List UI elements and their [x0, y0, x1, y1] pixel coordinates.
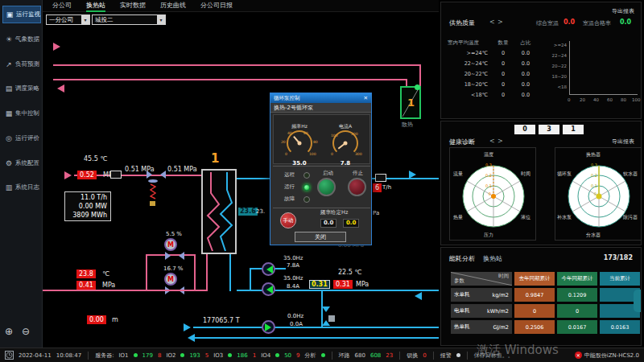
gear-icon: ⚙ [5, 159, 13, 167]
flow-arrow-right-icon [53, 43, 64, 51]
export-report-link[interactable]: 导出报表 [612, 7, 634, 15]
building-symbol[interactable]: 1 [400, 86, 421, 119]
sidebar-item-log[interactable]: ▥系统日志 [2, 179, 41, 196]
svg-text:300: 300 [355, 152, 362, 156]
sidebar-item-forecast[interactable]: ↗负荷预测 [2, 56, 41, 73]
svg-text:0.2: 0.2 [485, 173, 492, 178]
valve-actuator [150, 201, 155, 206]
makeup-flow: 6 [373, 183, 382, 192]
flow-info-box: 11.0 T/h 0.00 MW 3809 MWh [64, 191, 111, 221]
frequency-gauge: 频率Hz 0 20 40 60 80 100 35.0 [279, 121, 320, 152]
prev-icon[interactable]: < [489, 19, 495, 26]
tab-realtime[interactable]: 实时数据 [120, 0, 146, 12]
sidebar-item-strategy[interactable]: ▤调度策略 [2, 80, 41, 97]
weather-icon: ☀ [5, 35, 13, 43]
flow-arrow-left-icon [53, 84, 64, 93]
svg-text:0: 0 [489, 191, 491, 196]
server-status-dot [180, 353, 184, 357]
running-led [303, 184, 310, 191]
dialog-titlebar[interactable]: 循环泵控制 ✕ [270, 93, 371, 103]
station-dropdown[interactable]: 城投二 ▾ [92, 14, 166, 25]
motor-valve-1[interactable]: M [164, 238, 177, 251]
alarm-counter-2[interactable]: 3 [539, 125, 559, 134]
clock-icon [5, 351, 14, 360]
heat-exchanger[interactable] [201, 169, 237, 254]
circulation-pump-1[interactable] [262, 262, 275, 276]
pass-rate-value: 0.0 [620, 19, 631, 26]
dialog-close-button[interactable]: 关闭 [295, 232, 346, 242]
company-dropdown[interactable]: 一分公司 ▾ [46, 14, 90, 25]
forecast-icon: ↗ [5, 60, 13, 68]
primary-return-main [53, 79, 407, 80]
alarm-status-dot [456, 353, 460, 357]
sidebar-item-settings[interactable]: ⚙系统配置 [2, 154, 41, 172]
strategy-icon: ▤ [5, 84, 13, 93]
tank-level: 0.00 [87, 315, 106, 324]
scrolling-message: 保存目标值。。 [474, 352, 514, 360]
next-icon[interactable]: > [497, 138, 503, 145]
close-icon[interactable]: ✕ [364, 95, 368, 101]
primary-supply-main [53, 64, 421, 66]
circulation-pump-2[interactable] [262, 282, 275, 296]
svg-text:80: 80 [313, 140, 318, 144]
valve-actuator [328, 315, 335, 322]
next-icon[interactable]: > [497, 19, 503, 26]
supply-pressure-alarm: 0.52 [77, 171, 97, 179]
status-dot [415, 84, 420, 90]
analysis-status-dot [321, 353, 325, 357]
pink-drop-line [419, 64, 421, 86]
supply-temp: 45.5 ℃ [84, 155, 107, 162]
sidebar-item-monitor[interactable]: ▣运行监视 [2, 6, 41, 23]
gauge-panel: 频率Hz 0 20 40 60 80 100 35.0 电流A 0 100 20… [273, 114, 370, 164]
total-flow: 177065.7 T [203, 317, 240, 324]
tab-daily-report[interactable]: 分公司日报 [200, 0, 233, 12]
sidebar-item-weather[interactable]: ☀气象数据 [2, 31, 41, 48]
remote-led [303, 172, 310, 179]
globe-icon[interactable]: ⊕ [5, 326, 13, 337]
svg-text:200: 200 [351, 132, 358, 136]
svg-text:0.3: 0.3 [485, 162, 492, 167]
pump-branch-line [250, 268, 251, 291]
energy-analysis-panel: 能耗分析 换热站 173/182 时间 参数 去年同期累计 今年同期累计 当前累… [440, 247, 642, 346]
motor-valve-2[interactable]: M [164, 273, 177, 286]
flow-arrow-right-icon [409, 171, 420, 179]
temp-distribution-table: 室内平均温度 数量 占比 >=24℃00.0 22~24℃00.0 20~22℃… [448, 39, 538, 102]
sec-pressure-badge: 0.31 [309, 280, 330, 289]
alarm-counter-3[interactable]: 1 [563, 125, 584, 134]
svg-text:40: 40 [287, 131, 292, 135]
tab-history[interactable]: 历史曲线 [160, 0, 186, 12]
chevron-down-icon: ▾ [81, 15, 89, 24]
sec-pressure-alarm: 0.31 [333, 280, 353, 289]
evaluation-icon: ◎ [5, 134, 13, 142]
export-report-link[interactable]: 导出报表 [612, 138, 634, 146]
makeup-line-2 [193, 337, 439, 339]
status-date: 2022-04-11 [19, 352, 52, 359]
control-valve[interactable] [147, 171, 166, 179]
tab-branch[interactable]: 分公司 [52, 0, 72, 12]
svg-text:20: 20 [281, 140, 286, 144]
makeup-pump[interactable] [262, 320, 275, 334]
return-pressure: 0.41 [76, 281, 96, 290]
energy-table: 时间 参数 去年同期累计 今年同期累计 当前累计 水单耗kg/m2 0.9847… [451, 272, 640, 334]
start-button[interactable] [317, 178, 336, 196]
comp-temp-value: 0.0 [564, 19, 575, 26]
sidebar-item-control[interactable]: ▦集中控制 [2, 105, 41, 122]
sidebar-item-evaluation[interactable]: ◎运行评价 [2, 130, 41, 147]
flow-sensor[interactable] [375, 174, 386, 182]
exchanger-number: 1 [211, 151, 219, 166]
pump-name: 换热-2号循环泵 [270, 103, 371, 113]
tab-station[interactable]: 换热站 [86, 0, 105, 12]
freq-setpoint-input[interactable]: 0.0 [343, 219, 359, 228]
pressure-sensor[interactable] [110, 171, 122, 179]
return-temp: 23.8 [76, 269, 96, 278]
prev-icon[interactable]: < [489, 138, 495, 145]
alarm-counter-1[interactable]: 0 [514, 125, 535, 134]
parameter-radar-chart: 0.1 0.2 0.3 0 温度 时间 液位 压力 热量 流量 [449, 147, 536, 241]
panel-handle[interactable] [634, 290, 641, 312]
exchanger-sec-return-drop [229, 254, 231, 291]
sec-temp: 22.5 ℃ [338, 269, 361, 276]
svg-text:0: 0 [285, 152, 287, 156]
stop-button[interactable] [348, 178, 366, 196]
manual-button[interactable]: 手动 [280, 212, 296, 228]
eject-icon[interactable]: ⊖ [22, 326, 30, 337]
